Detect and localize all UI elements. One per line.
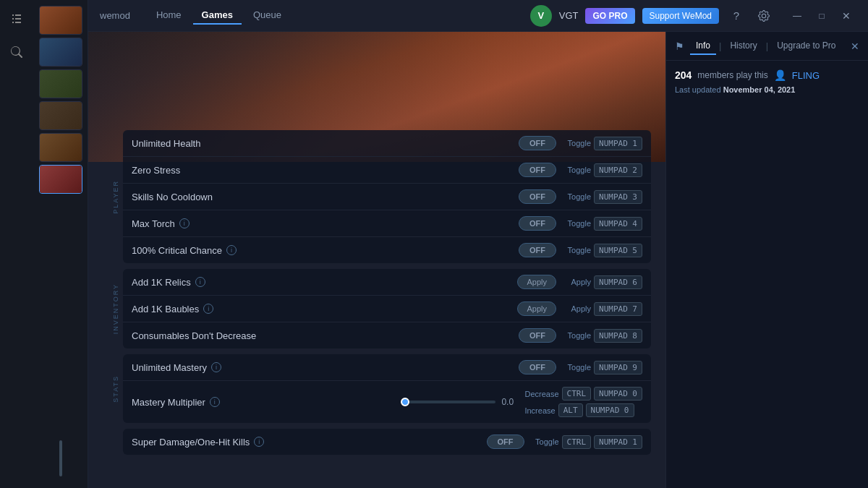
info-icon-super-damage[interactable]: i	[254, 437, 264, 447]
mastery-multiplier-slider[interactable]	[403, 401, 495, 403]
tab-history[interactable]: History	[724, 38, 762, 55]
close-panel-button[interactable]: ✕	[851, 40, 859, 52]
keybind-unlimited-mastery: Toggle NUMPAD 9	[562, 361, 642, 374]
decrease-key: NUMPAD 0	[594, 387, 642, 401]
avatar: V	[530, 5, 552, 27]
table-row: Add 1K Relics i apply Apply NUMPAD 6	[123, 269, 651, 296]
updated-label: Last updated	[675, 85, 721, 94]
toggle-unlimited-health[interactable]: OFF	[519, 136, 556, 150]
keybind-consumables: Toggle NUMPAD 8	[562, 329, 642, 343]
left-rail	[0, 0, 33, 488]
keybind-label: Toggle	[530, 437, 559, 446]
game-panel: Games › Darkest Dungeon II ☆ E Epic Inst…	[88, 32, 665, 488]
cheat-name-unlimited-health: Unlimited Health	[132, 138, 513, 149]
cheat-name-critical-chance: 100% Critical Chance i	[132, 245, 513, 256]
flag-icon: ⚑	[675, 40, 684, 52]
inventory-cheats-table: Add 1K Relics i apply Apply NUMPAD 6	[123, 269, 651, 348]
toggle-skills-cooldown[interactable]: OFF	[519, 189, 556, 204]
sidebar-item-4[interactable]	[39, 101, 82, 130]
main-area: wemod Home Games Queue V VGT GO PRO Supp…	[88, 0, 868, 488]
keybind-label: Toggle	[562, 192, 591, 201]
info-icon-critical-chance[interactable]: i	[226, 245, 237, 255]
info-icon-max-torch[interactable]: i	[179, 218, 190, 228]
help-button[interactable]: ?	[726, 6, 746, 26]
table-row: Max Torch i OFF Toggle NUMPAD 4	[123, 210, 651, 237]
inventory-section: Inventory Add 1K Relics i apply Apply	[123, 269, 651, 348]
toggle-consumables[interactable]: OFF	[519, 328, 556, 343]
keybind-max-torch: Toggle NUMPAD 4	[562, 217, 642, 231]
tab-home[interactable]: Home	[148, 7, 190, 25]
sidebar-item-6[interactable]	[39, 165, 82, 194]
tab-upgrade[interactable]: Upgrade to Pro	[771, 38, 841, 55]
support-button[interactable]: Support WeMod	[642, 8, 720, 24]
info-icon-mastery[interactable]: i	[211, 362, 221, 372]
cheat-name-zero-stress: Zero Stress	[132, 165, 513, 176]
keybind-unlimited-health: Toggle NUMPAD 1	[562, 137, 642, 150]
sidebar-item-3[interactable]	[39, 69, 82, 98]
tab-info[interactable]: Info	[690, 38, 716, 55]
minimize-btn[interactable]: —	[787, 6, 807, 26]
keybind-super-damage: Toggle CTRL NUMPAD 1	[530, 435, 642, 449]
updated-date: November 04, 2021	[723, 85, 796, 94]
key-badge: NUMPAD 7	[594, 302, 642, 316]
info-icon-baubles[interactable]: i	[203, 304, 213, 314]
app-header: wemod Home Games Queue V VGT GO PRO Supp…	[88, 0, 868, 32]
content-area: Games › Darkest Dungeon II ☆ E Epic Inst…	[88, 32, 868, 488]
cheat-name-add-relics: Add 1K Relics i	[132, 277, 511, 288]
player-section-label: Player	[110, 130, 122, 263]
settings-button[interactable]	[754, 6, 774, 26]
app-title: wemod	[100, 10, 130, 21]
apply-baubles-btn[interactable]: Apply	[517, 301, 556, 316]
search-btn[interactable]	[4, 39, 30, 65]
sidebar-item-5[interactable]	[39, 133, 82, 162]
toggle-zero-stress[interactable]: OFF	[519, 163, 556, 177]
cheat-name-add-baubles: Add 1K Baubles i	[132, 304, 511, 314]
toggle-max-torch[interactable]: OFF	[519, 216, 556, 231]
table-row: 100% Critical Chance i OFF Toggle NUMPAD…	[123, 237, 651, 263]
table-row: Super Damage/One-Hit Kills i OFF Toggle …	[123, 429, 651, 455]
keybind-label: Toggle	[562, 363, 591, 372]
author-icon: 👤	[774, 69, 786, 81]
keybind-mod: CTRL	[562, 435, 592, 449]
toggle-super-damage[interactable]: OFF	[487, 435, 524, 449]
toggle-unlimited-mastery[interactable]: OFF	[519, 360, 556, 374]
player-section: Player Unlimited Health OFF Toggle NUMPA…	[123, 130, 651, 263]
expand-btn[interactable]	[4, 6, 30, 32]
maximize-btn[interactable]: □	[812, 6, 832, 26]
stats-section-label: Stats	[110, 354, 122, 423]
decrease-label: Decrease	[524, 390, 558, 398]
tab-queue[interactable]: Queue	[244, 7, 290, 25]
tab-games[interactable]: Games	[193, 7, 242, 25]
go-pro-button[interactable]: GO PRO	[585, 8, 634, 24]
info-icon-relics[interactable]: i	[195, 277, 205, 287]
key-badge: NUMPAD 3	[594, 190, 642, 204]
right-panel: ⚑ Info | History | Upgrade to Pro ✕ 204 …	[665, 32, 868, 488]
super-damage-table: Super Damage/One-Hit Kills i OFF Toggle …	[123, 429, 651, 455]
increase-label: Increase	[524, 406, 555, 415]
author-name: FLING	[792, 70, 820, 81]
close-btn[interactable]: ✕	[836, 6, 856, 26]
right-panel-body: 204 members play this 👤 FLING Last updat…	[666, 61, 868, 103]
info-icon-mastery-mult[interactable]: i	[210, 397, 220, 407]
mastery-multiplier-slider-container: 0.0	[403, 397, 519, 407]
decrease-mod-key: CTRL	[562, 387, 592, 401]
increase-mod-key: ALT	[558, 403, 583, 417]
apply-relics-btn[interactable]: apply	[517, 275, 556, 289]
members-count: 204	[675, 69, 692, 81]
sidebar-item-2[interactable]	[39, 38, 82, 67]
keybind-label: Toggle	[562, 166, 591, 174]
keybind-mastery-multiplier: Decrease CTRL NUMPAD 0 Increase ALT NUMP…	[524, 387, 642, 417]
toggle-critical-chance[interactable]: OFF	[519, 243, 556, 257]
cheat-name-unlimited-mastery: Unlimited Mastery i	[132, 362, 513, 373]
slider-thumb	[401, 398, 409, 406]
key-badge: NUMPAD 5	[594, 244, 642, 257]
right-panel-tabs: ⚑ Info | History | Upgrade to Pro ✕	[666, 32, 868, 61]
inventory-section-label: Inventory	[110, 269, 122, 348]
table-row: Zero Stress OFF Toggle NUMPAD 2	[123, 157, 651, 184]
sidebar-item-1[interactable]	[39, 6, 82, 35]
key-badge: NUMPAD 1	[594, 435, 642, 449]
increase-key: NUMPAD 0	[586, 403, 634, 417]
cheat-name-skills-cooldown: Skills No Cooldown	[132, 192, 513, 202]
header-right: V VGT GO PRO Support WeMod ? — □ ✕	[530, 5, 856, 27]
super-damage-section: Super Damage/One-Hit Kills i OFF Toggle …	[123, 429, 651, 455]
